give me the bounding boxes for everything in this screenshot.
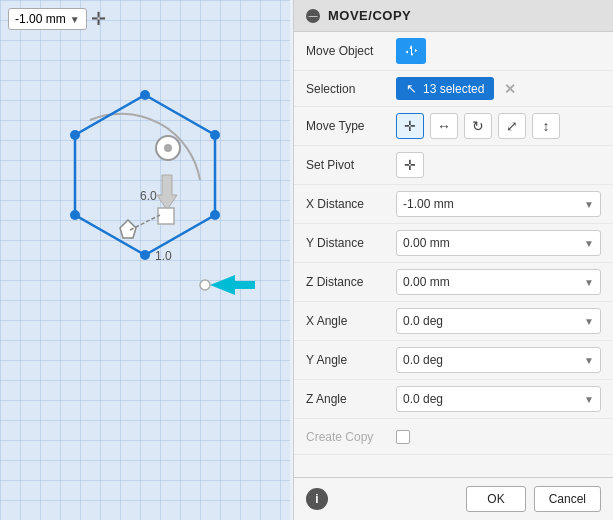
svg-point-5 <box>70 210 80 220</box>
x-distance-content: -1.00 mm ▼ <box>396 191 601 217</box>
cancel-button[interactable]: Cancel <box>534 486 601 512</box>
x-angle-row: X Angle 0.0 deg ▼ <box>294 302 613 341</box>
y-angle-row: Y Angle 0.0 deg ▼ <box>294 341 613 380</box>
y-distance-content: 0.00 mm ▼ <box>396 230 601 256</box>
x-angle-content: 0.0 deg ▼ <box>396 308 601 334</box>
set-pivot-content: ✛ <box>396 152 601 178</box>
panel-header-icon: — <box>306 9 320 23</box>
move-type-row: Move Type ✛ ↔ ↻ ⤢ ↕ <box>294 107 613 146</box>
panel: — MOVE/COPY Move Object Selection ↖ 13 <box>293 0 613 520</box>
z-distance-arrow: ▼ <box>584 277 594 288</box>
z-angle-content: 0.0 deg ▼ <box>396 386 601 412</box>
x-distance-value: -1.00 mm <box>403 197 454 211</box>
y-angle-input[interactable]: 0.0 deg ▼ <box>396 347 601 373</box>
svg-rect-11 <box>158 208 174 224</box>
set-pivot-row: Set Pivot ✛ <box>294 146 613 185</box>
x-angle-label: X Angle <box>306 314 396 328</box>
selection-label: Selection <box>306 82 396 96</box>
z-angle-input[interactable]: 0.0 deg ▼ <box>396 386 601 412</box>
y-distance-value: 0.00 mm <box>403 236 450 250</box>
svg-marker-10 <box>157 175 177 210</box>
panel-footer: i OK Cancel <box>294 477 613 520</box>
svg-marker-15 <box>210 275 255 295</box>
x-distance-row: X Distance -1.00 mm ▼ <box>294 185 613 224</box>
y-distance-input[interactable]: 0.00 mm ▼ <box>396 230 601 256</box>
svg-point-6 <box>70 130 80 140</box>
create-copy-content <box>396 430 601 444</box>
panel-title: MOVE/COPY <box>328 8 411 23</box>
z-distance-label: Z Distance <box>306 275 396 289</box>
x-distance-label: X Distance <box>306 197 396 211</box>
move-type-rotate-2d[interactable]: ↔ <box>430 113 458 139</box>
svg-point-2 <box>210 130 220 140</box>
create-copy-checkbox-area <box>396 430 410 444</box>
move-object-label: Move Object <box>306 44 396 58</box>
svg-point-8 <box>164 144 172 152</box>
z-distance-content: 0.00 mm ▼ <box>396 269 601 295</box>
svg-text:1.0: 1.0 <box>155 249 172 263</box>
info-icon: i <box>315 492 318 506</box>
move-object-row: Move Object <box>294 32 613 71</box>
canvas-area: -1.00 mm ▼ ✛ 6.0 1.0 <box>0 0 290 520</box>
z-distance-row: Z Distance 0.00 mm ▼ <box>294 263 613 302</box>
move-type-align[interactable]: ↕ <box>532 113 560 139</box>
x-angle-input[interactable]: 0.0 deg ▼ <box>396 308 601 334</box>
y-distance-label: Y Distance <box>306 236 396 250</box>
set-pivot-button[interactable]: ✛ <box>396 152 424 178</box>
selection-count: 13 selected <box>423 82 484 96</box>
canvas-svg: 6.0 1.0 <box>0 0 290 520</box>
move-object-content <box>396 38 601 64</box>
y-angle-content: 0.0 deg ▼ <box>396 347 601 373</box>
z-distance-value: 0.00 mm <box>403 275 450 289</box>
z-angle-label: Z Angle <box>306 392 396 406</box>
svg-text:6.0: 6.0 <box>140 189 157 203</box>
info-button[interactable]: i <box>306 488 328 510</box>
move-type-label: Move Type <box>306 119 396 133</box>
z-angle-arrow: ▼ <box>584 394 594 405</box>
y-distance-row: Y Distance 0.00 mm ▼ <box>294 224 613 263</box>
x-distance-arrow: ▼ <box>584 199 594 210</box>
svg-marker-0 <box>75 95 215 255</box>
z-angle-value: 0.0 deg <box>403 392 443 406</box>
y-angle-value: 0.0 deg <box>403 353 443 367</box>
x-angle-arrow: ▼ <box>584 316 594 327</box>
create-copy-label: Create Copy <box>306 430 396 444</box>
move-object-button[interactable] <box>396 38 426 64</box>
ok-button[interactable]: OK <box>466 486 525 512</box>
move-type-translate[interactable]: ✛ <box>396 113 424 139</box>
z-distance-input[interactable]: 0.00 mm ▼ <box>396 269 601 295</box>
selection-clear-button[interactable]: ✕ <box>504 81 516 97</box>
move-type-icons: ✛ ↔ ↻ ⤢ ↕ <box>396 113 560 139</box>
z-angle-row: Z Angle 0.0 deg ▼ <box>294 380 613 419</box>
cursor-icon: ↖ <box>406 81 417 96</box>
svg-point-3 <box>210 210 220 220</box>
panel-body: Move Object Selection ↖ 13 selected ✕ <box>294 32 613 477</box>
y-angle-label: Y Angle <box>306 353 396 367</box>
svg-point-16 <box>200 280 210 290</box>
set-pivot-label: Set Pivot <box>306 158 396 172</box>
move-type-content: ✛ ↔ ↻ ⤢ ↕ <box>396 113 601 139</box>
move-type-scale[interactable]: ⤢ <box>498 113 526 139</box>
svg-point-1 <box>140 90 150 100</box>
x-distance-input[interactable]: -1.00 mm ▼ <box>396 191 601 217</box>
svg-point-4 <box>140 250 150 260</box>
selection-content: ↖ 13 selected ✕ <box>396 77 601 100</box>
create-copy-checkbox[interactable] <box>396 430 410 444</box>
create-copy-row: Create Copy <box>294 419 613 455</box>
x-angle-value: 0.0 deg <box>403 314 443 328</box>
y-angle-arrow: ▼ <box>584 355 594 366</box>
selection-badge[interactable]: ↖ 13 selected <box>396 77 494 100</box>
y-distance-arrow: ▼ <box>584 238 594 249</box>
move-type-rotate[interactable]: ↻ <box>464 113 492 139</box>
panel-header: — MOVE/COPY <box>294 0 613 32</box>
selection-row: Selection ↖ 13 selected ✕ <box>294 71 613 107</box>
footer-buttons: OK Cancel <box>466 486 601 512</box>
